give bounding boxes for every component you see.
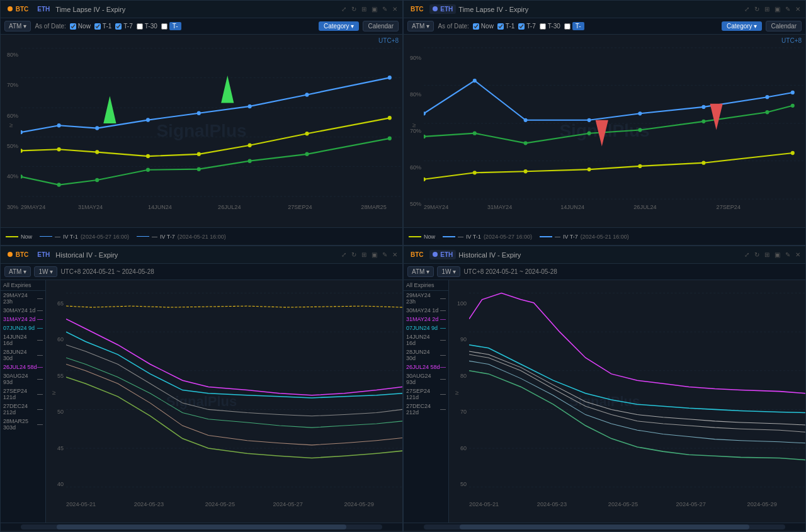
edit-icon-tr[interactable]: ✎ bbox=[784, 5, 792, 13]
refresh-icon-br[interactable]: ↻ bbox=[753, 251, 761, 259]
atm-dropdown-bl[interactable]: ATM ▾ bbox=[4, 266, 31, 277]
svg-text:14JUN24: 14JUN24 bbox=[148, 203, 172, 210]
svg-point-49 bbox=[791, 151, 795, 155]
legend-iv-t7-tr: — IV T-7 (2024-05-21 16:00) bbox=[540, 234, 629, 240]
close-icon-tl[interactable]: ✕ bbox=[391, 5, 399, 13]
close-icon-br[interactable]: ✕ bbox=[794, 251, 802, 259]
expand-icon-tr[interactable]: ⤢ bbox=[743, 5, 751, 13]
atm-dropdown-tl[interactable]: ATM ▾ bbox=[4, 21, 31, 31]
close-icon-bl[interactable]: ✕ bbox=[391, 251, 399, 259]
eth-tab-tl[interactable]: ETH bbox=[34, 4, 53, 14]
calendar-button-tl[interactable]: Calendar bbox=[363, 21, 399, 31]
refresh-icon-tl[interactable]: ↻ bbox=[350, 5, 358, 13]
edit-icon-bl[interactable]: ✎ bbox=[381, 251, 389, 259]
expand-icon-bl[interactable]: ⤢ bbox=[340, 251, 348, 259]
checkbox-t1-tr[interactable]: T-1 bbox=[497, 23, 514, 30]
expiry-item-bl-9[interactable]: 27DEC24 212d— bbox=[1, 402, 45, 417]
interval-dropdown-br[interactable]: 1W ▾ bbox=[437, 266, 460, 277]
btc-tab-tr[interactable]: BTC bbox=[407, 4, 427, 14]
btc-tab-br[interactable]: BTC bbox=[407, 250, 427, 259]
chart-area-tl: UTC+8 SignalPlus ≥ 80% 70% 60% 50% 40% 3… bbox=[1, 35, 402, 227]
grid2-icon-tl[interactable]: ⊞ bbox=[360, 5, 368, 13]
panel-header-top-left: BTC ETH Time Lapse IV - Expiry ⤢ ↻ ⊞ ▣ ✎… bbox=[1, 1, 402, 18]
checkbox-t7-tr[interactable]: T-7 bbox=[518, 23, 535, 30]
expiry-item-bl-3[interactable]: 07JUN24 9d— bbox=[1, 324, 45, 332]
grid1-icon-bl[interactable]: ▣ bbox=[370, 251, 378, 259]
btc-tab-tl[interactable]: BTC bbox=[4, 4, 31, 14]
expiry-item-br-2[interactable]: 31MAY24 2d— bbox=[404, 315, 448, 324]
checkbox-t1-tl[interactable]: T-1 bbox=[94, 23, 111, 30]
expiry-item-br-6[interactable]: 26JUL24 58d— bbox=[404, 363, 448, 371]
expiry-item-bl-7[interactable]: 30AUG24 93d— bbox=[1, 371, 45, 387]
calendar-button-tr[interactable]: Calendar bbox=[766, 21, 802, 31]
scrollbar-bl[interactable] bbox=[1, 523, 402, 530]
expiry-item-br-3[interactable]: 07JUN24 9d— bbox=[404, 324, 448, 332]
svg-text:28MAR25: 28MAR25 bbox=[361, 203, 386, 210]
legend-iv-t1-tr: — IV T-1 (2024-05-27 16:00) bbox=[443, 234, 532, 240]
close-icon-tr[interactable]: ✕ bbox=[794, 5, 802, 13]
interval-dropdown-bl[interactable]: 1W ▾ bbox=[34, 266, 57, 277]
atm-dropdown-tr[interactable]: ATM ▾ bbox=[407, 21, 434, 31]
expand-icon-br[interactable]: ⤢ bbox=[743, 251, 751, 259]
expiry-item-br-1[interactable]: 30MAY24 1d— bbox=[404, 306, 448, 315]
scrollbar-thumb-br[interactable] bbox=[460, 524, 749, 529]
eth-tab-tr[interactable]: ETH bbox=[429, 4, 457, 14]
scrollbar-track-br bbox=[424, 524, 785, 529]
grid2-icon-br[interactable]: ⊞ bbox=[763, 251, 771, 259]
svg-point-20 bbox=[305, 93, 309, 97]
svg-point-64 bbox=[765, 110, 769, 114]
expiry-item-bl-1[interactable]: 30MAY24 1d— bbox=[1, 306, 45, 315]
expiry-item-bl-2[interactable]: 31MAY24 2d— bbox=[1, 315, 45, 324]
category-button-tl[interactable]: Category ▾ bbox=[319, 21, 359, 31]
panel-title-tl: Time Lapse IV - Expiry bbox=[55, 6, 338, 13]
svg-point-22 bbox=[21, 174, 23, 179]
grid1-icon-tr[interactable]: ▣ bbox=[773, 5, 781, 13]
scrollbar-thumb-bl[interactable] bbox=[57, 524, 346, 529]
expiry-item-bl-8[interactable]: 27SEP24 121d— bbox=[1, 387, 45, 402]
svg-text:2024-05-29: 2024-05-29 bbox=[747, 501, 777, 507]
checkbox-now-tl[interactable]: Now bbox=[70, 23, 91, 30]
checkbox-now-tr[interactable]: Now bbox=[473, 23, 494, 30]
grid2-icon-bl[interactable]: ⊞ bbox=[360, 251, 368, 259]
expiry-item-bl-4[interactable]: 14JUN24 16d— bbox=[1, 332, 45, 348]
svg-point-19 bbox=[248, 105, 252, 109]
eth-tab-bl[interactable]: ETH bbox=[34, 250, 53, 259]
grid1-icon-br[interactable]: ▣ bbox=[773, 251, 781, 259]
expiry-item-bl-6[interactable]: 26JUL24 58d— bbox=[1, 363, 45, 371]
refresh-icon-bl[interactable]: ↻ bbox=[350, 251, 358, 259]
panel-title-bl: Historical IV - Expiry bbox=[55, 251, 338, 259]
svg-text:2024-05-25: 2024-05-25 bbox=[205, 501, 235, 507]
eth-tab-br[interactable]: ETH bbox=[429, 250, 457, 259]
expiry-item-br-9[interactable]: 27DEC24 212d— bbox=[404, 402, 448, 417]
expiry-item-br-0[interactable]: 29MAY24 23h— bbox=[404, 291, 448, 306]
expiry-item-bl-5[interactable]: 28JUN24 30d— bbox=[1, 348, 45, 363]
grid2-icon-tr[interactable]: ⊞ bbox=[763, 5, 771, 13]
checkbox-tx-tr[interactable]: T- bbox=[564, 22, 584, 30]
checkbox-t30-tl[interactable]: T-30 bbox=[137, 23, 157, 30]
expiry-item-br-7[interactable]: 30AUG24 93d— bbox=[404, 371, 448, 387]
svg-point-46 bbox=[587, 167, 591, 171]
edit-icon-tl[interactable]: ✎ bbox=[381, 5, 389, 13]
svg-point-15 bbox=[57, 123, 61, 128]
svg-point-18 bbox=[197, 111, 201, 115]
edit-icon-br[interactable]: ✎ bbox=[784, 251, 792, 259]
expiry-item-bl-0[interactable]: 29MAY24 23h— bbox=[1, 291, 45, 306]
checkbox-t7-tl[interactable]: T-7 bbox=[115, 23, 132, 30]
panel-top-right: BTC ETH Time Lapse IV - Expiry ⤢ ↻ ⊞ ▣ ✎… bbox=[403, 0, 806, 246]
scrollbar-br[interactable] bbox=[404, 523, 805, 530]
expiry-item-br-8[interactable]: 27SEP24 121d— bbox=[404, 387, 448, 402]
expiry-item-br-5[interactable]: 28JUN24 30d— bbox=[404, 348, 448, 363]
btc-tab-bl[interactable]: BTC bbox=[4, 250, 31, 259]
checkbox-t30-tr[interactable]: T-30 bbox=[540, 23, 560, 30]
side-list-bl: All Expiries 29MAY24 23h— 30MAY24 1d— 31… bbox=[1, 280, 46, 523]
category-button-tr[interactable]: Category ▾ bbox=[722, 21, 762, 31]
refresh-icon-tr[interactable]: ↻ bbox=[753, 5, 761, 13]
atm-dropdown-br[interactable]: ATM ▾ bbox=[407, 266, 434, 277]
checkbox-tx-tl[interactable]: T- bbox=[161, 22, 181, 30]
expand-icon-tl[interactable]: ⤢ bbox=[340, 5, 348, 13]
legend-line-t1-tl bbox=[40, 236, 52, 237]
panel-title-tr: Time Lapse IV - Expiry bbox=[458, 6, 741, 13]
grid1-icon-tl[interactable]: ▣ bbox=[370, 5, 378, 13]
expiry-item-br-4[interactable]: 14JUN24 16d— bbox=[404, 332, 448, 348]
expiry-item-bl-10[interactable]: 28MAR25 303d— bbox=[1, 417, 45, 432]
